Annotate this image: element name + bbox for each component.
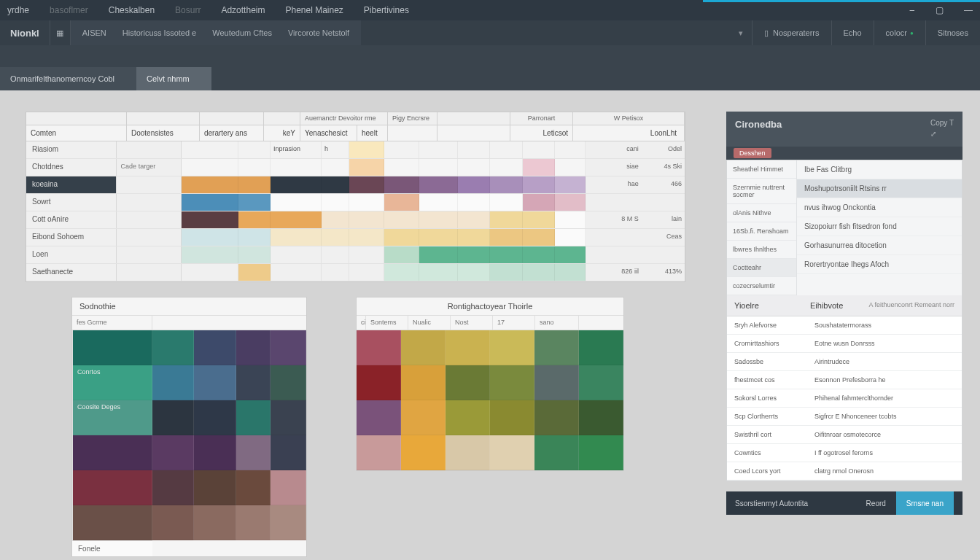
side-left-item[interactable]: Szernmie nuttrent socmer — [727, 179, 796, 204]
tb-item-1[interactable]: Historicuss Issoted e — [122, 28, 196, 37]
grid-icon[interactable]: ▦ — [50, 20, 70, 45]
color-swatch[interactable] — [271, 435, 306, 470]
color-swatch[interactable] — [194, 435, 236, 470]
grid-row[interactable]: ChotdnesCade targersiae4s Ski — [26, 159, 685, 176]
color-swatch[interactable] — [271, 505, 306, 540]
color-swatch[interactable] — [152, 435, 194, 470]
color-swatch[interactable] — [194, 505, 236, 540]
color-swatch[interactable] — [271, 330, 306, 365]
side-table-row[interactable]: Coed Lcors yortclatrg nmol Onerosn — [727, 462, 962, 481]
menu-item-3[interactable]: Bosurr — [175, 5, 201, 15]
color-swatch[interactable] — [271, 400, 306, 435]
side-table-row[interactable]: Scp ClortherrtsSigfrcr E Nhonceneer tcob… — [727, 408, 962, 426]
color-swatch[interactable] — [401, 330, 446, 365]
color-swatch[interactable] — [73, 330, 152, 365]
color-swatch[interactable] — [236, 435, 271, 470]
dropdown-icon[interactable]: ▾ — [730, 28, 752, 38]
color-swatch[interactable] — [152, 330, 194, 365]
toolbar-home[interactable]: Nionkl — [0, 28, 50, 39]
menu-item-2[interactable]: Cheskalben — [109, 5, 155, 15]
color-swatch[interactable] — [236, 330, 271, 365]
color-swatch[interactable] — [401, 400, 446, 435]
color-swatch[interactable] — [490, 400, 534, 435]
color-swatch[interactable] — [152, 505, 194, 540]
color-swatch[interactable] — [357, 365, 401, 400]
color-swatch[interactable] — [194, 330, 236, 365]
color-swatch[interactable] — [401, 435, 446, 470]
tb-item-0[interactable]: AISEN — [82, 28, 106, 37]
side-left-item[interactable]: Coctteahr — [727, 259, 796, 277]
side-table-row[interactable]: Sokorsl LorresPhihenal fahmterclthornder — [727, 389, 962, 408]
expand-icon[interactable]: ⤢ — [930, 130, 954, 138]
color-swatch[interactable] — [236, 365, 271, 400]
grid-row[interactable]: Saethanecte826 iil413% — [26, 264, 685, 281]
color-swatch[interactable] — [490, 435, 534, 470]
color-swatch[interactable] — [579, 330, 623, 365]
window-close-icon[interactable]: — — [964, 5, 973, 15]
side-right-item[interactable]: Ibe Fas Clitbrg — [797, 160, 962, 179]
color-swatch[interactable] — [534, 435, 579, 470]
window-maximize-icon[interactable]: ▢ — [936, 5, 944, 15]
color-swatch[interactable] — [271, 470, 306, 505]
color-swatch[interactable] — [490, 330, 534, 365]
footer-btn-1[interactable]: Reord — [856, 491, 896, 515]
side-table-row[interactable]: SadossbeAirintrudece — [727, 353, 962, 371]
grid-row[interactable]: Eibond SohoemCeas — [26, 229, 685, 246]
grid-row[interactable]: Cott oAnire8 M Slain — [26, 211, 685, 229]
color-swatch[interactable] — [236, 505, 271, 540]
color-swatch[interactable] — [446, 435, 490, 470]
color-swatch[interactable] — [534, 365, 579, 400]
tab-0[interactable]: Onmarifelthanomerncoy Cobl — [0, 67, 136, 90]
color-swatch[interactable] — [579, 435, 623, 470]
tb-item-3[interactable]: Vircorote Netstolf — [288, 28, 349, 37]
menu-item-0[interactable]: yrdhe — [7, 5, 29, 15]
side-right-item[interactable]: Moshupotrsoniilt Rtsins rr — [797, 179, 962, 198]
color-swatch[interactable] — [73, 505, 152, 540]
side-right-item[interactable]: Sizopoiurr fish fitsedron fond — [797, 217, 962, 236]
side-table-row[interactable]: Sryh AlefvorseSoushatatermorass — [727, 316, 962, 335]
side-table-row[interactable]: fhestmcet cosEsonnon Prefesborra he — [727, 371, 962, 389]
color-swatch[interactable] — [194, 470, 236, 505]
color-swatch[interactable]: Coosite Deges — [73, 400, 152, 435]
copy-icon[interactable]: Copy T — [930, 119, 954, 127]
color-swatch[interactable] — [271, 365, 306, 400]
side-left-item[interactable]: olAnis Nithve — [727, 204, 796, 222]
color-swatch[interactable] — [236, 400, 271, 435]
tb-right-1[interactable]: Echo — [831, 20, 874, 45]
grid-row[interactable]: RiasiomInprasionhcaniOdel — [26, 141, 685, 159]
color-swatch[interactable] — [579, 400, 623, 435]
footer-btn-2[interactable]: Srnsne nan — [896, 491, 954, 515]
color-swatch[interactable] — [446, 330, 490, 365]
color-swatch[interactable] — [357, 330, 401, 365]
menu-item-5[interactable]: Phenel Mainez — [285, 5, 343, 15]
side-table-row[interactable]: CrornirttashiorsEotne wusn Donrsss — [727, 335, 962, 353]
color-swatch[interactable] — [490, 365, 534, 400]
menu-item-4[interactable]: Adzottheim — [221, 5, 265, 15]
window-minimize-icon[interactable]: ‒ — [909, 5, 915, 15]
color-swatch[interactable] — [152, 400, 194, 435]
grid-row[interactable]: koeainahae466 — [26, 176, 685, 194]
color-swatch[interactable] — [357, 400, 401, 435]
side-left-item[interactable]: cozecrselumtir — [727, 277, 796, 295]
menu-item-6[interactable]: Pibertivines — [364, 5, 409, 15]
color-swatch[interactable]: Conrtos — [73, 365, 152, 400]
side-right-item[interactable]: Gorhasunurrea ditocetion — [797, 236, 962, 255]
color-swatch[interactable] — [194, 400, 236, 435]
grid-row[interactable]: Loen — [26, 246, 685, 264]
tb-right-0[interactable]: ▯Nosperaterrs — [752, 20, 831, 45]
color-swatch[interactable] — [152, 470, 194, 505]
grid-row[interactable]: Sowrt — [26, 194, 685, 211]
menu-item-1[interactable]: basoflmer — [50, 5, 88, 15]
color-swatch[interactable] — [446, 400, 490, 435]
color-swatch[interactable] — [73, 435, 152, 470]
side-table-row[interactable]: CownticsI ff ogotrosel ferorns — [727, 444, 962, 462]
side-left-item[interactable]: lbwres Ihnlthes — [727, 241, 796, 259]
tb-item-2[interactable]: Weutedum Cftes — [212, 28, 272, 37]
color-swatch[interactable] — [357, 435, 401, 470]
color-swatch[interactable] — [446, 365, 490, 400]
tb-right-3[interactable]: Sitnoses — [925, 20, 980, 45]
color-swatch[interactable] — [73, 470, 152, 505]
side-left-item[interactable]: 16Sb.fi. Renshoam — [727, 222, 796, 241]
color-swatch[interactable] — [534, 400, 579, 435]
color-swatch[interactable] — [194, 365, 236, 400]
